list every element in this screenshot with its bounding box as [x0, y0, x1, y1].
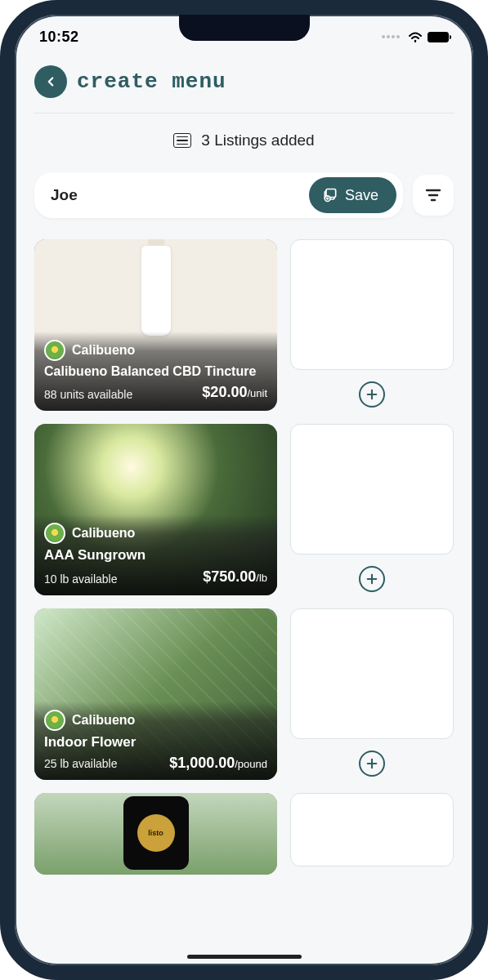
- brand-badge-icon: [44, 340, 65, 361]
- menu-name-card: Save: [34, 172, 403, 218]
- filter-icon: [424, 187, 442, 203]
- empty-slot: [290, 608, 454, 780]
- listings-count-text: 3 Listings added: [201, 131, 314, 149]
- product-card[interactable]: Calibueno Calibueno Balanced CBD Tinctur…: [34, 239, 277, 411]
- svg-point-0: [414, 40, 417, 42]
- price-text: $1,000.00/pound: [169, 755, 267, 770]
- save-button[interactable]: Save: [309, 177, 396, 213]
- product-image: listo: [34, 793, 277, 875]
- brand-badge-icon: [44, 523, 65, 544]
- price-text: $750.00/lb: [203, 568, 267, 586]
- brand-name: Calibueno: [72, 713, 135, 728]
- price-text: $20.00/unit: [202, 384, 267, 401]
- empty-slot: [290, 424, 454, 595]
- battery-icon: [428, 32, 449, 42]
- availability-text: 88 units available: [44, 388, 132, 401]
- cell-signal-icon: [382, 35, 400, 38]
- save-label: Save: [345, 187, 378, 204]
- slot-placeholder: [290, 424, 454, 555]
- listings-summary: 3 Listings added: [34, 114, 454, 172]
- empty-slot: [290, 239, 454, 411]
- phone-notch: [179, 15, 310, 41]
- chevron-left-icon: [43, 74, 58, 89]
- brand-badge-icon: [44, 710, 65, 731]
- status-time: 10:52: [39, 29, 79, 46]
- slot-placeholder: [290, 608, 454, 739]
- slot-placeholder: [290, 793, 454, 866]
- listo-badge-icon: listo: [137, 814, 175, 852]
- back-button[interactable]: [34, 65, 67, 98]
- wifi-icon: [408, 31, 423, 42]
- add-listing-button[interactable]: [359, 566, 385, 592]
- add-listing-button[interactable]: [359, 381, 385, 408]
- plus-icon: [365, 387, 379, 402]
- product-card[interactable]: listo: [34, 793, 277, 875]
- menu-name-input[interactable]: [51, 186, 309, 204]
- home-indicator: [187, 955, 302, 959]
- product-card[interactable]: Calibueno Indoor Flower 25 lb available …: [34, 608, 277, 780]
- status-icons: [382, 31, 449, 42]
- brand-name: Calibueno: [72, 343, 135, 358]
- product-title: AAA Sungrown: [44, 547, 267, 564]
- page-title: create menu: [77, 69, 226, 94]
- plus-icon: [365, 756, 379, 771]
- availability-text: 10 lb available: [44, 572, 118, 586]
- plus-icon: [365, 572, 379, 586]
- slot-placeholder: [290, 239, 454, 370]
- product-card[interactable]: Calibueno AAA Sungrown 10 lb available $…: [34, 424, 277, 595]
- empty-slot: [290, 793, 454, 875]
- product-title: Indoor Flower: [44, 734, 267, 751]
- list-icon: [173, 133, 191, 148]
- product-title: Calibueno Balanced CBD Tincture: [44, 364, 267, 379]
- brand-name: Calibueno: [72, 526, 135, 541]
- availability-text: 25 lb available: [44, 757, 118, 770]
- save-icon: [322, 188, 338, 203]
- filter-button[interactable]: [413, 175, 454, 216]
- add-listing-button[interactable]: [359, 751, 385, 777]
